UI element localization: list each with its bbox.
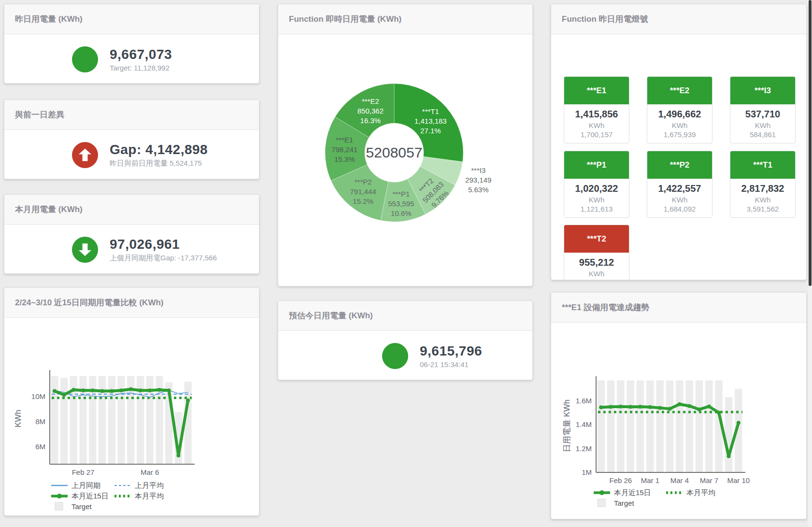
target-bar <box>666 380 673 472</box>
compare15-chart: 6M8M10MKWhFeb 27Mar 6上月同期上月平均本月近15日本月平均T… <box>4 318 259 516</box>
x-tick-label: Mar 4 <box>670 476 689 484</box>
light-tile-I3: ***I3537,710KWh584,861 <box>730 76 796 143</box>
status-circle-icon <box>72 46 98 72</box>
y-tick-label: 6M <box>35 442 45 451</box>
panel-title: 2/24~3/10 近15日同期用電量比較 (KWh) <box>4 288 259 318</box>
target-bar <box>607 380 614 472</box>
legend-item-label[interactable]: 上月同期 <box>71 481 100 489</box>
page-scrollbar[interactable] <box>808 0 812 527</box>
target-bar <box>696 380 703 472</box>
x-tick-label: Mar 10 <box>727 476 750 484</box>
light-tile-P1: ***P11,020,322KWh1,121,613 <box>564 151 629 218</box>
y-tick-label: 10M <box>31 392 45 400</box>
up-arrow-icon <box>72 142 98 168</box>
legend-item-label[interactable]: 本月近15日 <box>614 488 651 497</box>
panel-diff-prev-day: 與前一日差異 Gap: 4,142,898 昨日與前日用電量 5,524,175 <box>4 100 259 179</box>
donut-slice-label: ***I3293,1495.63% <box>465 166 491 194</box>
donut-center-total: 5208057 <box>366 144 423 160</box>
target-bar <box>725 397 732 472</box>
target-bar <box>597 380 604 472</box>
target-bar <box>60 378 68 464</box>
target-bar <box>676 380 683 472</box>
realtime-donut-chart: ***T11,413,18327.1%***I3293,1495.63%***T… <box>278 34 532 286</box>
target-bar <box>705 380 712 472</box>
target-bar <box>656 380 663 472</box>
y-tick-label: 1.2M <box>576 444 592 453</box>
panel-estimate-today: 預估今日用電量 (KWh) 9,615,796 06-21 15:34:41 <box>278 300 533 380</box>
panel-title: 本月用電量 (KWh) <box>4 195 259 225</box>
light-tile-E1: ***E11,415,856KWh1,700,157 <box>564 76 629 143</box>
e1-trend-chart: 1M1.2M1.4M1.6M日用電量 KWhFeb 26Mar 1Mar 4Ma… <box>551 323 806 519</box>
legend-item-label[interactable]: 本月平均 <box>135 492 164 500</box>
target-bar <box>617 380 624 472</box>
legend-item-label[interactable]: 上月平均 <box>135 481 164 489</box>
light-tile-T1: ***T12,817,832KWh3,591,562 <box>730 151 796 218</box>
legend-item-label[interactable]: Target <box>71 502 92 511</box>
target-bar <box>685 380 693 472</box>
panel-yesterday-usage: 昨日用電量 (KWh) 9,667,073 Target: 11,128,992 <box>4 4 259 84</box>
y-axis-label: 日用電量 KWh <box>562 399 571 453</box>
panel-compare15-chart: 2/24~3/10 近15日同期用電量比較 (KWh) 6M8M10MKWhFe… <box>4 287 259 516</box>
panel-e1-trend-chart: ***E1 設備用電達成趨勢 1M1.2M1.4M1.6M日用電量 KWhFeb… <box>551 292 807 519</box>
legend-item-label[interactable]: Target <box>614 499 635 507</box>
scrollbar-thumb[interactable] <box>809 0 812 286</box>
status-circle-icon <box>382 343 408 369</box>
x-tick-label: Feb 27 <box>72 468 95 476</box>
x-tick-label: Feb 26 <box>609 476 632 484</box>
legend-item-label[interactable]: 本月近15日 <box>71 492 109 500</box>
target-bar <box>646 380 654 472</box>
x-tick-label: Mar 1 <box>641 476 659 484</box>
stat-subtitle: Target: 11,128,992 <box>110 64 172 72</box>
panel-title: 與前一日差異 <box>4 100 259 130</box>
stat-value: Gap: 4,142,898 <box>110 142 208 157</box>
panel-yesterday-lights: Function 昨日用電燈號 ***E11,415,856KWh1,700,1… <box>551 4 807 280</box>
x-tick-label: Mar 7 <box>700 476 718 484</box>
panel-title: ***E1 設備用電達成趨勢 <box>551 293 806 323</box>
stat-subtitle: 上個月同期用電Gap: -17,377,566 <box>110 254 217 263</box>
panel-title: 預估今日用電量 (KWh) <box>278 301 532 331</box>
panel-title: Function 即時日用電量 (KWh) <box>278 4 532 34</box>
y-tick-label: 1.4M <box>576 420 592 428</box>
light-tile-T2: ***T2955,212KWh762,358 <box>564 225 629 280</box>
down-arrow-icon <box>72 237 98 263</box>
light-tile-P2: ***P21,422,557KWh1,684,092 <box>647 151 712 218</box>
legend-item-label[interactable]: 本月平均 <box>686 488 715 497</box>
y-tick-label: 8M <box>35 417 45 426</box>
stat-value: 9,667,073 <box>110 47 172 62</box>
panel-realtime-donut: Function 即時日用電量 (KWh) ***T11,413,18327.1… <box>278 4 533 286</box>
stat-value: 9,615,796 <box>420 343 482 359</box>
panel-month-usage: 本月用電量 (KWh) 97,026,961 上個月同期用電Gap: -17,3… <box>4 194 259 274</box>
stat-value: 97,026,961 <box>110 237 217 252</box>
x-tick-label: Mar 6 <box>141 468 159 476</box>
panel-title: Function 昨日用電燈號 <box>551 4 806 34</box>
panel-title: 昨日用電量 (KWh) <box>4 4 259 34</box>
target-bar <box>637 380 644 472</box>
stat-subtitle: 06-21 15:34:41 <box>420 360 482 369</box>
stat-subtitle: 昨日與前日用電量 5,524,175 <box>110 159 208 168</box>
light-tile-E2: ***E21,496,662KWh1,675,939 <box>647 76 712 143</box>
y-tick-label: 1.6M <box>576 397 592 405</box>
y-tick-label: 1M <box>582 468 592 476</box>
y-axis-label: KWh <box>14 410 23 427</box>
target-bar <box>627 380 634 472</box>
